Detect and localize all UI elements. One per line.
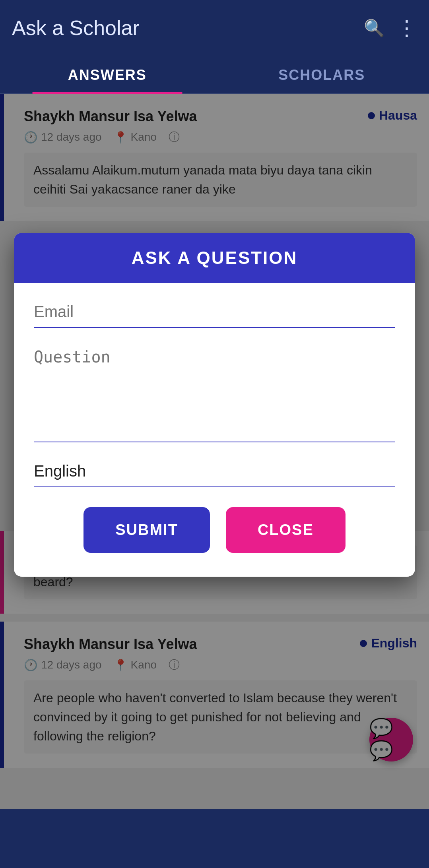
tab-scholars[interactable]: SCHOLARS: [215, 56, 429, 93]
modal-body: SUBMIT CLOSE: [14, 283, 415, 577]
modal-title-bar: ASK A QUESTION: [14, 233, 415, 283]
close-button[interactable]: CLOSE: [226, 507, 346, 553]
email-input[interactable]: [34, 303, 395, 321]
more-options-icon[interactable]: [396, 16, 417, 40]
tab-bar: ANSWERS SCHOLARS: [0, 56, 429, 94]
language-field-container: [34, 462, 395, 487]
search-icon[interactable]: [364, 18, 384, 38]
question-field-container: [34, 348, 395, 442]
header-actions: [364, 16, 417, 40]
content-area: Shaykh Mansur Isa Yelwa Hausa 12 days ag…: [0, 94, 429, 809]
modal-title: ASK A QUESTION: [132, 248, 298, 267]
submit-button[interactable]: SUBMIT: [83, 507, 210, 553]
ask-question-modal: ASK A QUESTION SUBMIT CLOSE: [14, 233, 415, 577]
question-input[interactable]: [34, 348, 395, 435]
email-field-container: [34, 303, 395, 328]
app-header: Ask a Scholar: [0, 0, 429, 40]
app-title: Ask a Scholar: [12, 16, 140, 40]
language-input[interactable]: [34, 462, 395, 480]
modal-actions: SUBMIT CLOSE: [34, 507, 395, 553]
tab-answers[interactable]: ANSWERS: [0, 56, 215, 93]
